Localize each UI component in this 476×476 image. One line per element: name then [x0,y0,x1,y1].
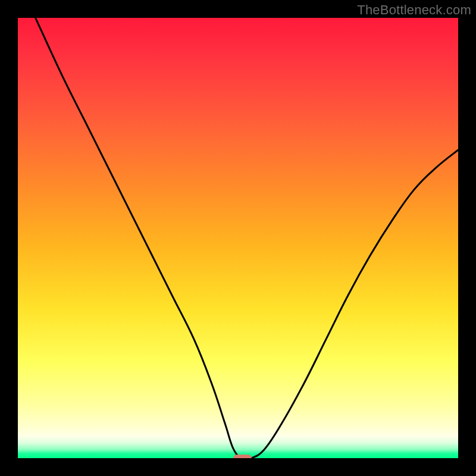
optimal-point-marker [233,455,252,458]
chart-frame: TheBottleneck.com [0,0,476,476]
watermark-text: TheBottleneck.com [357,2,471,18]
bottleneck-curve [18,18,458,458]
plot-area [18,18,458,458]
